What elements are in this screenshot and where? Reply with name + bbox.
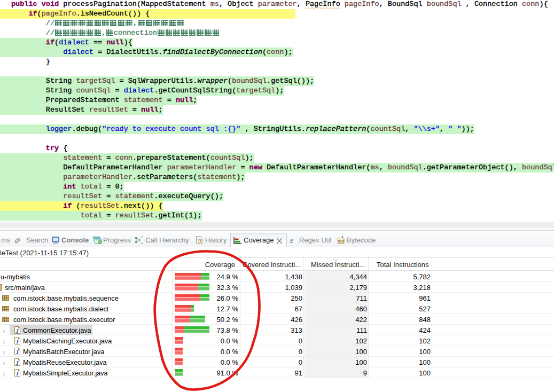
- svg-text:J: J: [15, 349, 19, 355]
- svg-text:J: J: [15, 338, 19, 344]
- svg-text:J: J: [15, 370, 19, 377]
- svg-text:J: J: [15, 359, 19, 366]
- svg-text:J: J: [15, 327, 19, 334]
- svg-text:010: 010: [338, 239, 344, 243]
